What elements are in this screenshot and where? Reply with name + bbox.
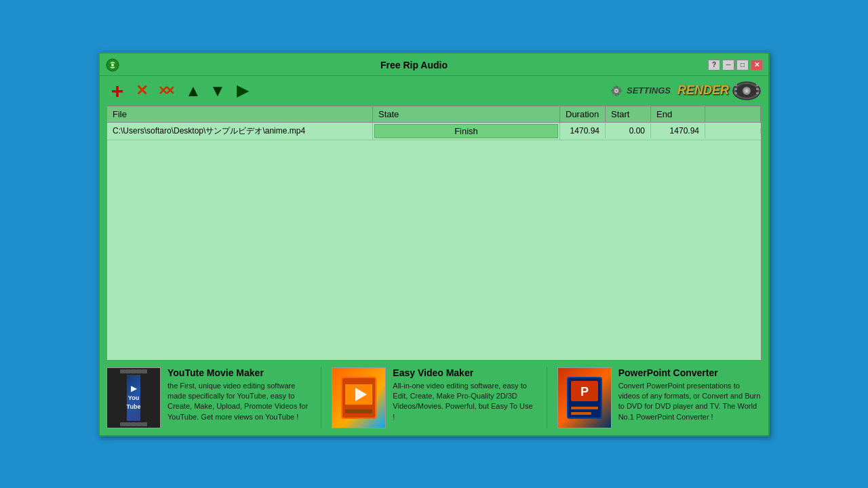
remove-icon: ✕: [136, 82, 148, 100]
toolbar: + ✕ ✕ ✕ ▲ ▼ ▶: [100, 76, 768, 106]
move-down-icon: ▼: [210, 81, 226, 100]
film-hole: [120, 369, 125, 373]
ad-image-ppt: P: [557, 367, 612, 428]
ad-ppt-svg: P: [564, 374, 605, 422]
svg-rect-14: [734, 84, 737, 86]
ad-text-video: Easy Video Maker All-in-one video editin…: [393, 367, 536, 423]
svg-rect-16: [734, 92, 737, 94]
ad-desc-ppt: Convert PowerPoint presentations to vide…: [618, 381, 762, 423]
add-icon: +: [111, 80, 124, 102]
main-window: Free Rip Audio ? ─ □ ✕ + ✕ ✕ ✕: [98, 52, 770, 436]
ad-image-youtube: ▶YouTube: [106, 367, 161, 428]
render-logo-icon: [732, 81, 762, 101]
cell-start: 0.00: [606, 123, 651, 138]
svg-rect-27: [571, 407, 598, 409]
svg-rect-17: [756, 84, 759, 86]
maximize-button[interactable]: □: [736, 60, 749, 70]
film-hole: [131, 422, 136, 426]
move-down-button[interactable]: ▼: [207, 80, 229, 102]
move-up-icon: ▲: [185, 81, 201, 100]
ad-title-ppt: PowerPoint Converter: [618, 367, 762, 378]
film-hole: [120, 422, 125, 426]
svg-rect-23: [345, 409, 372, 413]
film-hole: [125, 422, 131, 426]
remove-button[interactable]: ✕: [131, 80, 153, 102]
header-end: End: [651, 106, 705, 122]
ad-item-ppt[interactable]: P PowerPoint Converter Convert PowerPoin…: [557, 367, 762, 428]
play-button[interactable]: ▶: [231, 80, 253, 102]
cell-end: 1470.94: [651, 123, 705, 138]
settings-label: SETTINGS: [627, 85, 671, 96]
svg-rect-18: [756, 88, 759, 90]
film-hole: [142, 369, 147, 373]
film-hole: [142, 422, 147, 426]
ad-divider-2: [547, 367, 547, 428]
status-badge: Finish: [374, 124, 558, 138]
cell-extra: [705, 128, 761, 134]
svg-rect-15: [734, 88, 737, 90]
svg-point-1: [111, 64, 114, 66]
film-holes-bottom: [117, 421, 150, 428]
ad-video-svg: [338, 374, 379, 422]
svg-rect-28: [571, 412, 591, 415]
header-extra: [705, 106, 761, 122]
play-icon: ▶: [237, 82, 248, 100]
close-button[interactable]: ✕: [751, 60, 763, 70]
render-button[interactable]: RENDER: [677, 81, 762, 101]
render-label: RENDER: [677, 83, 729, 98]
film-hole: [131, 369, 136, 373]
svg-point-13: [745, 89, 748, 92]
film-hole: [125, 369, 131, 373]
svg-text:P: P: [580, 385, 589, 399]
window-title: Free Rip Audio: [120, 60, 708, 70]
cell-file: C:\Users\softaro\Desktop\サンプルビデオ\anime.m…: [107, 123, 373, 140]
header-duration: Duration: [560, 106, 606, 122]
move-up-button[interactable]: ▲: [182, 80, 204, 102]
svg-text:✕: ✕: [165, 84, 175, 98]
ad-text-youtube: YouTute Movie Maker the First, unique vi…: [167, 367, 311, 423]
table-header: File State Duration Start End: [107, 106, 761, 123]
ad-title-video: Easy Video Maker: [393, 367, 536, 378]
ad-desc-video: All-in-one video editing software, easy …: [393, 381, 536, 423]
film-holes-top: [117, 368, 150, 375]
toolbar-left: + ✕ ✕ ✕ ▲ ▼ ▶: [106, 80, 253, 102]
minimize-button[interactable]: ─: [722, 60, 734, 70]
file-table: File State Duration Start End C:\Users\s…: [106, 106, 762, 361]
ad-item-video[interactable]: Easy Video Maker All-in-one video editin…: [332, 367, 536, 428]
ad-item-youtube[interactable]: ▶YouTube YouTute Movie Maker the First, …: [106, 367, 311, 428]
toolbar-right: SETTINGS RENDER: [609, 81, 762, 101]
ads-bar: ▶YouTube YouTute Movie Maker the First, …: [100, 361, 768, 435]
ad-divider-1: [321, 367, 321, 428]
film-hole: [136, 422, 142, 426]
table-body: C:\Users\softaro\Desktop\サンプルビデオ\anime.m…: [107, 123, 761, 360]
film-hole: [136, 369, 142, 373]
header-start: Start: [606, 106, 651, 122]
ad-desc-youtube: the First, unique video editing software…: [167, 381, 311, 423]
title-bar-controls: ? ─ □ ✕: [708, 60, 763, 70]
remove-all-icon: ✕ ✕: [158, 83, 177, 99]
ad-text-ppt: PowerPoint Converter Convert PowerPoint …: [618, 367, 762, 423]
cell-state: Finish: [373, 123, 560, 140]
gear-icon: [609, 83, 624, 98]
settings-button[interactable]: SETTINGS: [609, 83, 671, 98]
help-button[interactable]: ?: [708, 60, 720, 70]
svg-rect-19: [756, 92, 759, 94]
app-icon: [105, 58, 120, 73]
ad-title-youtube: YouTute Movie Maker: [167, 367, 311, 378]
table-row[interactable]: C:\Users\softaro\Desktop\サンプルビデオ\anime.m…: [107, 123, 761, 140]
header-state: State: [373, 106, 560, 122]
cell-duration: 1470.94: [560, 123, 606, 138]
film-content: ▶YouTube: [127, 375, 141, 421]
header-file: File: [107, 106, 373, 122]
ad-image-video: [332, 367, 386, 428]
title-bar: Free Rip Audio ? ─ □ ✕: [100, 54, 768, 76]
svg-point-8: [615, 89, 617, 92]
add-button[interactable]: +: [106, 80, 128, 102]
remove-all-button[interactable]: ✕ ✕: [155, 80, 180, 102]
title-bar-left: [105, 58, 120, 73]
